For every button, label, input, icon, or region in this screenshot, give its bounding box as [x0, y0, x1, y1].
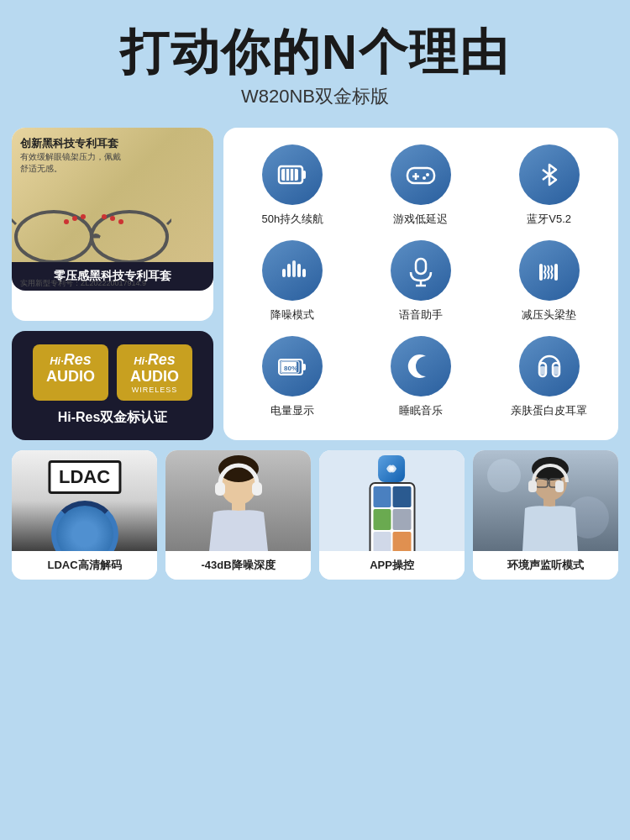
svg-rect-52	[528, 480, 537, 492]
ear-pad-card: 创新黑科技专利耳套 有效缓解眼镜架压力，佩戴舒适无感。	[12, 128, 213, 321]
svg-rect-53	[555, 480, 564, 492]
person-silhouette	[171, 450, 306, 551]
svg-rect-31	[554, 264, 558, 281]
feature-gamepad: 游戏低延迟	[360, 144, 482, 227]
feature-noise: 降噪模式	[232, 240, 354, 323]
svg-rect-33	[302, 364, 306, 370]
phone-screen	[370, 484, 413, 551]
svg-point-47	[532, 457, 569, 480]
feature-earcup: 亲肤蛋白皮耳罩	[488, 336, 610, 418]
feature-battery-pct-label: 电量显示	[270, 403, 314, 418]
hires-badge2-title: Hi·Res	[125, 351, 184, 369]
svg-rect-17	[407, 168, 434, 183]
svg-point-10	[118, 219, 123, 224]
bottom-grid: LDAC LDAC高清解码 -43dB降噪深度	[0, 450, 630, 596]
feature-battery-pct: 80% 电量显示	[232, 336, 354, 418]
feature-battery-label: 50h持久续航	[261, 212, 323, 227]
earcup-icon	[533, 349, 566, 383]
env-card: 环境声监听模式	[473, 450, 618, 580]
hires-label: Hi-Res双金标认证	[58, 409, 168, 427]
page-subtitle: W820NB双金标版	[17, 84, 613, 109]
feature-bluetooth-label: 蓝牙V5.2	[527, 212, 571, 227]
features-grid: 50h持久续航 游戏低延迟	[232, 144, 610, 418]
svg-rect-42	[215, 482, 225, 496]
svg-point-8	[102, 214, 107, 219]
env-person-silhouette	[479, 450, 613, 551]
svg-rect-30	[539, 264, 543, 281]
svg-point-6	[72, 216, 77, 221]
phone-tile-6	[393, 532, 412, 550]
svg-point-44	[487, 459, 521, 492]
env-image	[473, 450, 618, 551]
ldac-label: LDAC高清解码	[12, 551, 157, 580]
phone-tile-5	[373, 532, 391, 550]
main-grid: 创新黑科技专利耳套 有效缓解眼镜架压力，佩戴舒适无感。	[0, 118, 630, 450]
battery-pct-icon-circle: 80%	[262, 336, 323, 396]
microphone-icon	[404, 254, 438, 287]
env-label: 环境声监听模式	[473, 551, 618, 580]
sleep-icon-circle	[391, 336, 451, 396]
person-card: -43dB降噪深度	[165, 450, 311, 580]
patent-text: 实用新型专利号：ZL202220017914.9	[20, 278, 146, 289]
phone-mockup	[369, 482, 415, 551]
person-label: -43dB降噪深度	[165, 551, 311, 580]
page-title: 打动你的N个理由	[17, 25, 613, 79]
sleep-music-icon	[404, 349, 438, 383]
phone-tile-2	[393, 486, 412, 507]
headband-icon	[533, 254, 566, 287]
features-card: 50h持久续航 游戏低延迟	[223, 128, 618, 440]
battery-percentage-icon: 80%	[276, 349, 309, 383]
bluetooth-icon-circle	[519, 144, 580, 205]
svg-point-1	[92, 212, 167, 262]
svg-rect-37	[539, 366, 546, 375]
noise-icon-circle	[262, 240, 323, 301]
svg-rect-27	[416, 259, 426, 274]
svg-point-9	[110, 216, 115, 221]
feature-battery: 50h持久续航	[232, 144, 354, 227]
svg-rect-38	[553, 366, 559, 375]
svg-point-40	[218, 455, 259, 482]
ldac-disc	[51, 501, 118, 551]
feature-mic: 语音助手	[360, 240, 482, 323]
svg-rect-26	[302, 269, 306, 277]
battery-icon-circle	[262, 144, 323, 205]
hires-badge2-audio: AUDIO	[125, 369, 184, 384]
app-card: Edifier Connect APP操控	[319, 450, 465, 580]
svg-rect-25	[297, 264, 301, 277]
feature-headband: 减压头梁垫	[488, 240, 610, 323]
svg-rect-23	[287, 264, 291, 277]
svg-rect-43	[252, 482, 262, 496]
phone-tile-1	[373, 486, 391, 507]
svg-rect-24	[292, 260, 296, 277]
hires-badge1-audio: AUDIO	[41, 369, 100, 384]
glasses-icon	[12, 186, 171, 262]
gamepad-icon-circle	[391, 144, 451, 205]
bluetooth-icon	[533, 158, 566, 192]
hires-badge2-wireless: WIRELESS	[125, 386, 184, 394]
svg-point-20	[426, 173, 429, 176]
feature-noise-label: 降噪模式	[270, 307, 314, 323]
svg-line-4	[167, 212, 171, 224]
svg-rect-22	[282, 269, 286, 277]
feature-earcup-label: 亲肤蛋白皮耳罩	[511, 403, 587, 418]
left-column: 创新黑科技专利耳套 有效缓解眼镜架压力，佩戴舒适无感。	[12, 128, 213, 440]
svg-line-3	[12, 212, 16, 224]
svg-text:80%: 80%	[284, 365, 297, 372]
page-header: 打动你的N个理由 W820NB双金标版	[0, 0, 630, 118]
app-image: Edifier Connect	[319, 450, 465, 551]
mic-icon-circle	[391, 240, 451, 301]
svg-point-7	[81, 214, 86, 219]
ear-pad-top-label: 创新黑科技专利耳套	[20, 136, 118, 151]
feature-headband-label: 减压头梁垫	[522, 307, 576, 323]
svg-rect-12	[302, 171, 306, 179]
ear-pad-sub-label: 有效缓解眼镜架压力，佩戴舒适无感。	[20, 151, 121, 175]
app-label: APP操控	[319, 551, 465, 580]
ldac-image: LDAC	[12, 450, 157, 551]
hires-badge-1: Hi·Res AUDIO	[33, 344, 108, 401]
battery-icon	[276, 158, 309, 192]
edifier-app-icon	[383, 460, 400, 477]
person-image	[165, 450, 311, 551]
feature-sleep: 睡眠音乐	[360, 336, 482, 418]
svg-point-0	[16, 212, 92, 262]
ldac-logo: LDAC	[48, 460, 121, 494]
